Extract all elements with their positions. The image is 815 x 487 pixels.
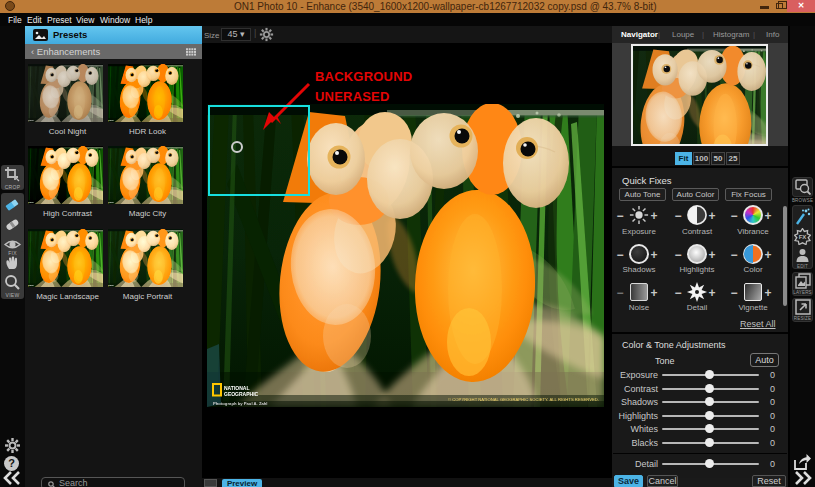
svg-text:FX: FX	[799, 234, 807, 240]
